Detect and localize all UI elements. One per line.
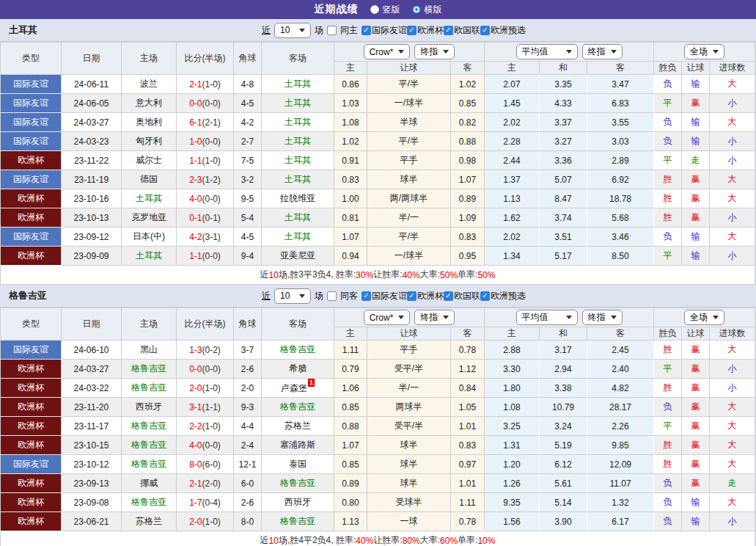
sub-header-odds-handicap: 让球	[367, 62, 451, 75]
half-time-score: (1-0)	[202, 517, 221, 527]
odds-handicap: 平/半	[367, 228, 451, 247]
match-row: 国际友谊23-10-12格鲁吉亚8-0(6-0)12-1泰国0.85球半0.97…	[1, 455, 755, 474]
corners: 2-7	[234, 132, 262, 151]
avg-draw: 3.35	[540, 75, 587, 94]
avg-away: 6.17	[587, 512, 654, 531]
chevron-down-icon	[611, 50, 617, 54]
sub-header-result-outcome: 胜负	[654, 327, 682, 341]
odds-home: 1.03	[334, 94, 367, 113]
match-date: 24-03-23	[62, 132, 122, 151]
match-type-badge: 欧洲杯	[1, 493, 62, 512]
recent-link[interactable]: 近	[262, 290, 271, 302]
final-odds-select-1[interactable]: 终指	[414, 310, 455, 325]
home-team: 苏格兰	[122, 512, 177, 531]
matches-count-select[interactable]: 10	[274, 23, 311, 38]
avg-home: 2.02	[485, 228, 540, 247]
average-select[interactable]: 平均值	[516, 310, 578, 325]
full-time-score: 0-1	[189, 213, 202, 223]
odds-handicap: 平/半	[367, 75, 451, 94]
result-outcome: 胜	[654, 379, 682, 398]
corners: 9-5	[234, 189, 262, 208]
competition-checkbox-3[interactable]	[480, 26, 490, 35]
avg-away: 1.32	[587, 493, 654, 512]
same-venue-checkbox[interactable]	[327, 291, 337, 301]
summary-segment: 场,胜4平2负4, 胜率:	[279, 534, 356, 546]
result-goals: 大	[710, 493, 755, 512]
avg-draw: 3.90	[540, 512, 587, 531]
half-time-score: (0-4)	[202, 498, 221, 508]
match-date: 24-03-22	[62, 379, 122, 398]
radio-horizontal-icon[interactable]	[412, 5, 421, 14]
result-handicap: 输	[682, 247, 710, 266]
competition-checkbox-1[interactable]	[407, 26, 416, 35]
recent-link[interactable]: 近	[262, 24, 271, 37]
sub-header-avg-draw: 和	[540, 62, 587, 75]
final-odds-select-2[interactable]: 终指	[582, 310, 623, 325]
odds-away: 1.12	[451, 360, 485, 379]
avg-draw: 5.61	[540, 474, 587, 493]
corners: 2-0	[234, 379, 262, 398]
match-date: 23-11-17	[62, 417, 122, 436]
sub-header-odds-away: 客	[451, 327, 485, 341]
away-team-name: 土耳其	[285, 79, 311, 89]
sub-header-odds-handicap: 让球	[367, 327, 451, 341]
competition-checkbox-3[interactable]	[480, 291, 490, 301]
summary-segment: 30%	[356, 270, 373, 280]
same-venue-label: 同主	[340, 24, 358, 37]
away-team-name: 希腊	[289, 363, 307, 374]
red-card-badge: 1	[308, 379, 315, 387]
summary-segment: 近	[260, 534, 269, 546]
final-odds-select-2[interactable]: 终指	[582, 44, 623, 59]
sub-header-avg-home: 主	[485, 62, 540, 75]
away-team: 格鲁吉亚	[262, 341, 334, 360]
odds-home: 0.81	[334, 208, 367, 228]
result-outcome: 胜	[654, 208, 682, 228]
competition-checkbox-0[interactable]	[362, 291, 371, 301]
result-handicap: 赢	[682, 360, 710, 379]
sub-header-result-handicap: 让球	[682, 327, 710, 341]
score: 0-0(0-0)	[177, 94, 234, 113]
chevron-down-icon	[398, 50, 404, 54]
half-time-score: (1-0)	[202, 156, 221, 166]
odds-company-select[interactable]: Crow*	[364, 310, 411, 325]
average-select[interactable]: 平均值	[516, 44, 578, 59]
match-date: 24-06-11	[62, 75, 122, 94]
home-team-name: 西班牙	[136, 401, 162, 412]
away-team-name: 塞浦路斯	[280, 440, 315, 450]
sub-header-avg-draw: 和	[540, 327, 587, 341]
odds-handicap: 球半	[367, 474, 451, 493]
result-outcome: 平	[654, 417, 682, 436]
matches-count-select[interactable]: 10	[274, 288, 311, 304]
odds-home: 1.07	[334, 228, 367, 247]
layout-radio-horizontal[interactable]: 横版	[412, 4, 442, 16]
match-type-badge: 欧洲杯	[1, 512, 62, 531]
competition-checkbox-2[interactable]	[444, 26, 453, 35]
radio-vertical-icon[interactable]	[370, 5, 379, 14]
layout-radio-vertical[interactable]: 竖版	[370, 4, 400, 16]
away-team-name: 苏格兰	[285, 421, 311, 431]
competition-checkbox-0[interactable]	[362, 26, 371, 35]
final-odds-select-1[interactable]: 终指	[414, 44, 455, 59]
scope-select[interactable]: 全场	[684, 44, 724, 59]
home-team-name: 克罗地亚	[131, 212, 166, 222]
match-type-badge: 国际友谊	[1, 228, 62, 247]
away-team: 拉脱维亚	[262, 189, 334, 208]
scope-select[interactable]: 全场	[684, 310, 724, 325]
result-outcome: 胜	[654, 189, 682, 208]
odds-away: 1.05	[451, 398, 485, 417]
same-venue-checkbox[interactable]	[327, 26, 337, 35]
score: 1-1(1-0)	[177, 151, 234, 170]
avg-draw: 10.79	[540, 398, 587, 417]
full-time-score: 1-0	[189, 136, 202, 147]
home-team-name: 格鲁吉亚	[131, 497, 166, 507]
competition-label-3: 欧洲预选	[491, 24, 526, 37]
home-team-name: 格鲁吉亚	[131, 382, 166, 393]
competition-checkbox-2[interactable]	[444, 291, 453, 301]
result-goals: 大	[710, 436, 755, 455]
result-outcome: 胜	[654, 341, 682, 360]
competition-checkbox-1[interactable]	[407, 291, 416, 301]
odds-company-select[interactable]: Crow*	[364, 44, 411, 59]
avg-draw: 3.38	[540, 379, 587, 398]
away-team: 卢森堡1	[262, 379, 334, 398]
avg-away: 2.45	[587, 341, 654, 360]
